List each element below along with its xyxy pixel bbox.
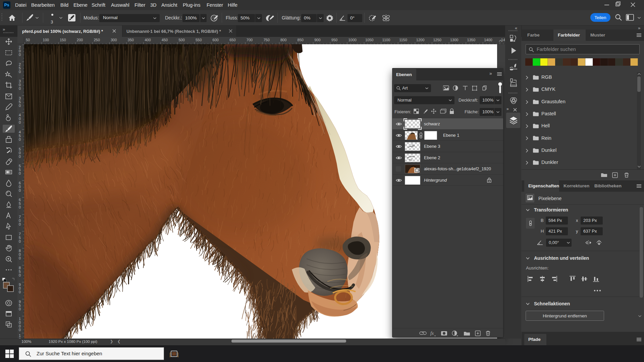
svg-text:0: 0 — [19, 104, 21, 108]
svg-text:1150: 1150 — [399, 38, 407, 42]
svg-text:0: 0 — [19, 120, 21, 124]
svg-text:0: 0 — [19, 188, 21, 192]
svg-text:200: 200 — [77, 38, 83, 42]
svg-text:0: 0 — [19, 137, 21, 141]
svg-text:0: 0 — [19, 205, 21, 209]
svg-text:850: 850 — [298, 38, 304, 42]
svg-text:1400: 1400 — [484, 38, 492, 42]
svg-text:550: 550 — [196, 38, 202, 42]
svg-text:800: 800 — [280, 38, 286, 42]
svg-text:0: 0 — [19, 53, 21, 57]
svg-text:0: 0 — [19, 273, 21, 277]
svg-text:0: 0 — [19, 239, 21, 243]
svg-text:100: 100 — [43, 38, 49, 42]
svg-text:fx: fx — [430, 331, 434, 336]
svg-text:450: 450 — [162, 38, 168, 42]
svg-text:400: 400 — [145, 38, 151, 42]
svg-text:1050: 1050 — [365, 38, 373, 42]
svg-text:950: 950 — [331, 38, 337, 42]
svg-text:750: 750 — [263, 38, 269, 42]
svg-text:0: 0 — [19, 328, 21, 332]
svg-text:0: 0 — [19, 70, 21, 74]
svg-text:350: 350 — [128, 38, 134, 42]
svg-text:300: 300 — [111, 38, 117, 42]
svg-text:1300: 1300 — [450, 38, 458, 42]
svg-text:1000: 1000 — [348, 38, 356, 42]
svg-text:0: 0 — [19, 171, 21, 175]
svg-text:1250: 1250 — [433, 38, 441, 42]
svg-text:900: 900 — [314, 38, 320, 42]
svg-text:1200: 1200 — [416, 38, 424, 42]
svg-text:0: 0 — [19, 155, 21, 159]
svg-text:0: 0 — [19, 256, 21, 260]
svg-text:1350: 1350 — [467, 38, 475, 42]
svg-text:0: 0 — [19, 290, 21, 294]
svg-text:0: 0 — [19, 86, 21, 90]
svg-text:0: 0 — [19, 222, 21, 226]
svg-text:50: 50 — [26, 38, 30, 42]
svg-text:500: 500 — [178, 38, 184, 42]
svg-text:0: 0 — [19, 307, 21, 311]
svg-text:1100: 1100 — [382, 38, 390, 42]
svg-text:600: 600 — [213, 38, 219, 42]
svg-text:250: 250 — [94, 38, 100, 42]
svg-text:150: 150 — [60, 38, 66, 42]
svg-text:650: 650 — [229, 38, 235, 42]
svg-text:700: 700 — [247, 38, 253, 42]
